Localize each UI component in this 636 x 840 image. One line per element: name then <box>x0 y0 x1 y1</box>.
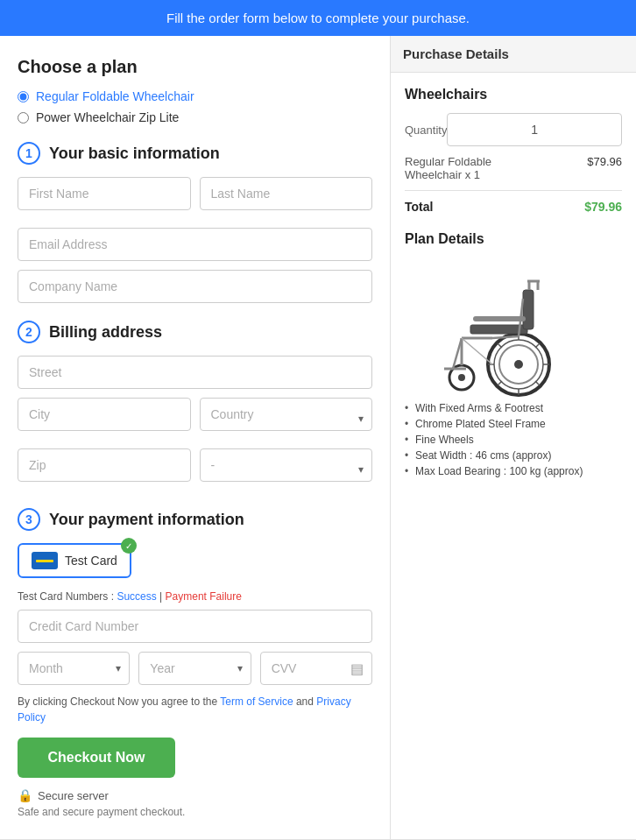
section3-header: 3 Your payment information <box>18 508 372 531</box>
choose-plan-section: Choose a plan Regular Foldable Wheelchai… <box>18 57 372 124</box>
purchase-details-header: Purchase Details <box>391 36 636 73</box>
feature-item-3: Seat Width : 46 cms (approx) <box>405 449 622 462</box>
name-row <box>18 177 372 219</box>
first-name-input[interactable] <box>18 177 191 210</box>
plan-option-1[interactable]: Regular Foldable Wheelchair <box>18 89 372 103</box>
wheelchairs-title: Wheelchairs <box>405 87 622 102</box>
product-price: $79.96 <box>587 155 622 181</box>
right-panel: Purchase Details Wheelchairs Quantity Re… <box>391 36 636 839</box>
main-container: Choose a plan Regular Foldable Wheelchai… <box>0 36 636 839</box>
terms-prefix: By clicking Checkout Now you agree to th… <box>18 695 220 708</box>
plan-features-list: With Fixed Arms & Footrest Chrome Plated… <box>405 402 622 477</box>
svg-rect-18 <box>473 316 526 321</box>
section3-title: Your payment information <box>49 511 244 529</box>
terms-text: By clicking Checkout Now you agree to th… <box>18 694 372 725</box>
credit-card-icon <box>32 552 58 569</box>
test-card-info: Test Card Numbers : Success | Payment Fa… <box>18 590 372 603</box>
section3-number: 3 <box>18 508 40 531</box>
zip-state-row: - AL CA NY TX ▾ <box>18 448 372 491</box>
card-option[interactable]: Test Card ✓ <box>18 543 131 578</box>
total-label: Total <box>405 200 433 214</box>
feature-item-2: Fine Wheels <box>405 434 622 446</box>
plan-label-2: Power Wheelchair Zip Lite <box>36 110 179 124</box>
safe-text: Safe and secure payment checkout. <box>18 806 372 818</box>
section2-header: 2 Billing address <box>18 321 372 343</box>
plan-radio-2[interactable] <box>18 112 29 124</box>
section2-title: Billing address <box>49 323 162 342</box>
email-input[interactable] <box>18 228 372 261</box>
section1-number: 1 <box>18 142 40 165</box>
plan-details-title: Plan Details <box>405 231 622 247</box>
country-wrapper: Country United States Canada United King… <box>200 398 373 440</box>
svg-line-24 <box>492 336 519 338</box>
svg-line-9 <box>535 343 540 348</box>
section1-title: Your basic information <box>49 145 220 163</box>
terms-and: and <box>296 695 316 708</box>
quantity-label: Quantity <box>405 124 447 137</box>
success-link[interactable]: Success <box>117 590 156 603</box>
quantity-input[interactable] <box>447 113 622 146</box>
plan-radio-1[interactable] <box>18 91 29 102</box>
cvv-card-icon: ▤ <box>350 660 364 677</box>
company-input[interactable] <box>18 270 372 303</box>
state-select[interactable]: - AL CA NY TX <box>200 448 373 482</box>
city-input[interactable] <box>18 398 191 431</box>
plan-details-section: Plan Details <box>405 231 622 477</box>
wheelchair-image <box>405 259 580 399</box>
plan-option-2[interactable]: Power Wheelchair Zip Lite <box>18 110 372 124</box>
feature-item-1: Chrome Plated Steel Frame <box>405 418 622 430</box>
product-name: Regular Foldable Wheelchair x 1 <box>405 155 545 181</box>
feature-item-0: With Fixed Arms & Footrest <box>405 402 622 414</box>
company-group <box>18 270 372 303</box>
country-select[interactable]: Country United States Canada United King… <box>200 398 373 431</box>
cc-number-input[interactable] <box>18 610 372 643</box>
top-banner: Fill the order form below to complete yo… <box>0 0 636 36</box>
street-group <box>18 356 372 389</box>
feature-item-4: Max Load Bearing : 100 kg (approx) <box>405 465 622 477</box>
section2-number: 2 <box>18 321 40 343</box>
cvv-wrapper: ▤ <box>260 652 372 685</box>
cc-number-group <box>18 610 372 643</box>
choose-plan-title: Choose a plan <box>18 57 372 77</box>
expiry-cvv-row: Month 010203 040506 070809 101112 ▾ Year… <box>18 652 372 685</box>
quantity-row: Quantity <box>405 113 622 146</box>
svg-line-8 <box>535 381 540 385</box>
check-badge-icon: ✓ <box>121 538 137 554</box>
zip-input[interactable] <box>18 448 191 482</box>
secure-label: Secure server <box>38 789 109 802</box>
state-wrapper: - AL CA NY TX ▾ <box>200 448 373 491</box>
total-row: Total $79.96 <box>405 190 622 214</box>
banner-text: Fill the order form below to complete yo… <box>166 11 470 25</box>
month-select[interactable]: Month 010203 040506 070809 101112 <box>18 652 130 685</box>
city-group <box>18 398 191 431</box>
zip-group <box>18 448 191 482</box>
left-panel: Choose a plan Regular Foldable Wheelchai… <box>0 36 391 839</box>
total-price: $79.96 <box>584 200 622 214</box>
section1-header: 1 Your basic information <box>18 142 372 165</box>
month-wrapper: Month 010203 040506 070809 101112 ▾ <box>18 652 130 685</box>
svg-line-26 <box>462 338 492 364</box>
year-wrapper: Year 202420252026 202720282029 2030 ▾ <box>138 652 251 685</box>
card-label: Test Card <box>65 554 117 568</box>
product-section: Wheelchairs Quantity Regular Foldable Wh… <box>405 87 622 214</box>
tos-link[interactable]: Term of Service <box>220 695 293 708</box>
test-card-label: Test Card Numbers : <box>18 590 114 603</box>
checkout-button[interactable]: Checkout Now <box>18 738 175 778</box>
city-country-row: Country United States Canada United King… <box>18 398 372 440</box>
lock-icon: 🔒 <box>18 788 32 802</box>
svg-point-13 <box>458 374 465 381</box>
last-name-group <box>200 177 373 210</box>
product-row: Regular Foldable Wheelchair x 1 $79.96 <box>405 155 622 181</box>
svg-point-2 <box>514 360 523 369</box>
last-name-input[interactable] <box>200 177 373 210</box>
year-select[interactable]: Year 202420252026 202720282029 2030 <box>138 652 251 685</box>
email-group <box>18 228 372 261</box>
secure-info: 🔒 Secure server <box>18 788 372 802</box>
svg-rect-17 <box>523 290 534 329</box>
first-name-group <box>18 177 191 210</box>
failure-link[interactable]: Payment Failure <box>166 590 242 603</box>
svg-line-10 <box>498 381 502 385</box>
plan-label-1: Regular Foldable Wheelchair <box>36 89 194 103</box>
svg-line-7 <box>498 343 502 348</box>
street-input[interactable] <box>18 356 372 389</box>
